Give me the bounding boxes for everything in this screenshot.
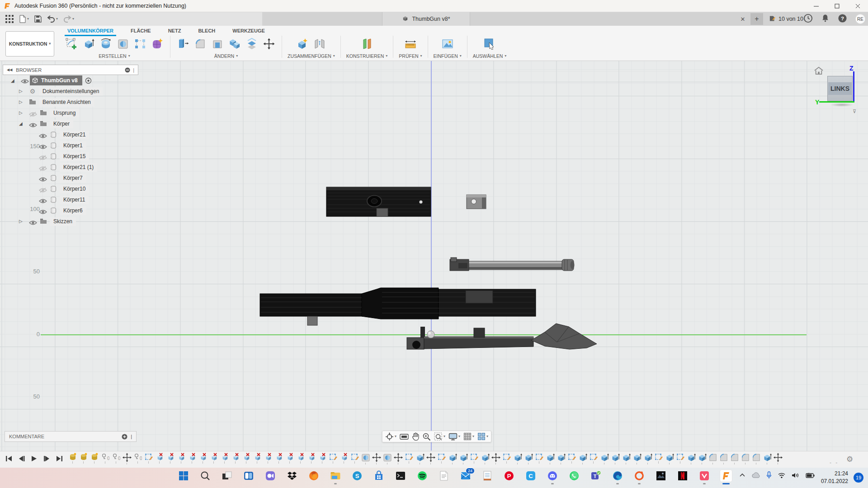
viewcube-home-icon[interactable] bbox=[814, 66, 824, 77]
zoom-button[interactable] bbox=[422, 432, 431, 441]
move-button[interactable] bbox=[262, 37, 276, 51]
fit-button[interactable]: ▾ bbox=[434, 432, 445, 441]
notification-count-badge[interactable]: 19 bbox=[854, 473, 863, 483]
part-barrel[interactable] bbox=[450, 258, 575, 271]
press-pull-button[interactable] bbox=[176, 37, 190, 51]
timeline-feature-sketch[interactable] bbox=[654, 453, 663, 465]
3d-viewport[interactable]: 15010050050 bbox=[0, 61, 868, 451]
timeline-feature-move[interactable] bbox=[122, 453, 132, 465]
save-button[interactable] bbox=[33, 14, 43, 23]
timeline-feature-fillet[interactable] bbox=[751, 453, 761, 465]
timeline-feature-extrude[interactable] bbox=[697, 453, 707, 465]
part-lower-frame[interactable] bbox=[407, 324, 597, 349]
timeline-skip-start-button[interactable] bbox=[4, 453, 14, 464]
browser-row-benannte-ansichten[interactable]: ▷Benannte Ansichten bbox=[3, 97, 138, 108]
display-settings-button[interactable]: ▾ bbox=[448, 433, 460, 441]
group-label[interactable]: PRÜFEN▾ bbox=[399, 53, 422, 59]
browser-row-root[interactable]: ◢ ThumbGun v8 bbox=[3, 75, 138, 86]
timeline-feature-hole[interactable] bbox=[382, 453, 392, 465]
add-comment-icon[interactable] bbox=[122, 434, 127, 440]
browser-row-ursprung[interactable]: ▷Ursprung bbox=[3, 108, 138, 118]
grid-settings-button[interactable]: ▾ bbox=[463, 432, 474, 441]
browser-row-k-rper21-1-[interactable]: Körper21 (1) bbox=[3, 162, 138, 173]
taskbar-terminal-icon[interactable] bbox=[395, 470, 406, 482]
browser-row-label[interactable]: Körper21 bbox=[60, 131, 89, 139]
sketch-create-button[interactable] bbox=[64, 37, 79, 51]
taskbar-clock[interactable]: 21:24 07.01.2022 bbox=[821, 470, 848, 485]
timeline-feature-fillet[interactable] bbox=[708, 453, 717, 465]
timeline-feature-hole[interactable] bbox=[361, 453, 370, 465]
ribbon-tab-netz[interactable]: NETZ bbox=[167, 27, 182, 35]
group-label[interactable]: AUSWÄHLEN▾ bbox=[473, 53, 507, 59]
taskbar-pinterest-icon[interactable]: P bbox=[503, 470, 515, 482]
browser-row-label[interactable]: Körper21 (1) bbox=[60, 163, 97, 172]
timeline-step-forward-button[interactable] bbox=[42, 453, 52, 464]
revolve-button[interactable] bbox=[99, 37, 113, 51]
taskbar-spotify-icon[interactable] bbox=[416, 470, 428, 482]
timeline-feature-cut[interactable] bbox=[317, 453, 327, 465]
timeline-feature-sketch[interactable] bbox=[502, 453, 511, 465]
add-tab-button[interactable]: + bbox=[750, 13, 763, 25]
ribbon-tab-blech[interactable]: BLECH bbox=[197, 27, 216, 35]
timeline-feature-move[interactable] bbox=[491, 453, 500, 465]
redo-button[interactable]: ▾ bbox=[61, 14, 76, 23]
timeline-feature-sketch[interactable] bbox=[675, 453, 685, 465]
timeline-feature-extrude[interactable] bbox=[665, 453, 674, 465]
group-label[interactable]: ERSTELLEN▾ bbox=[99, 53, 130, 59]
timeline-feature-extrude[interactable] bbox=[686, 453, 696, 465]
timeline-feature-sketch[interactable] bbox=[534, 453, 544, 465]
app-grid-button[interactable] bbox=[4, 14, 15, 24]
comments-grip-icon[interactable]: | bbox=[131, 434, 132, 439]
tray-battery-icon[interactable] bbox=[806, 473, 815, 478]
timeline-feature-cut[interactable] bbox=[209, 453, 218, 465]
new-component-button[interactable] bbox=[295, 37, 310, 51]
timeline-feature-cut[interactable] bbox=[165, 453, 175, 465]
konstruktion-dropdown[interactable]: KONSTRUKTION▾ bbox=[5, 31, 54, 56]
taskbar-file-explorer-icon[interactable] bbox=[330, 470, 341, 482]
timeline-feature-cut[interactable] bbox=[241, 453, 251, 465]
browser-row-dokumenteinstellungen[interactable]: ▷⚙Dokumenteinstellungen bbox=[3, 86, 138, 97]
browser-row-label[interactable]: Körper7 bbox=[60, 174, 86, 183]
browser-row-skizzen[interactable]: ▷Skizzen bbox=[3, 216, 138, 227]
taskbar-search-icon[interactable] bbox=[199, 470, 211, 482]
eye-hidden-icon[interactable] bbox=[39, 154, 47, 162]
timeline-feature-sketch[interactable] bbox=[328, 453, 338, 465]
timeline-feature-extrude[interactable] bbox=[762, 453, 772, 465]
timeline-feature-sketch[interactable] bbox=[437, 453, 446, 465]
browser-row-label[interactable]: Dokumenteinstellungen bbox=[39, 87, 103, 96]
taskbar-whatsapp-icon[interactable] bbox=[568, 470, 580, 482]
minimize-button[interactable] bbox=[806, 0, 826, 12]
file-new-button[interactable]: ▾ bbox=[17, 14, 31, 24]
expand-arrow[interactable]: ▷ bbox=[19, 99, 23, 104]
timeline-feature-cut[interactable] bbox=[307, 453, 316, 465]
eye-visible-icon[interactable] bbox=[39, 176, 47, 184]
document-tab[interactable]: ThumbGun v8* bbox=[382, 12, 470, 26]
taskbar-snipping-tool-icon[interactable] bbox=[221, 470, 233, 482]
timeline-feature-fillet[interactable] bbox=[719, 453, 728, 465]
group-label[interactable]: KONSTRUIEREN▾ bbox=[346, 53, 387, 59]
browser-row-k-rper[interactable]: ◢Körper bbox=[3, 118, 138, 129]
maximize-button[interactable] bbox=[826, 0, 847, 12]
eye-visible-icon[interactable] bbox=[39, 197, 47, 206]
timeline-feature-cut[interactable] bbox=[220, 453, 229, 465]
timeline-feature-extrude[interactable] bbox=[610, 453, 620, 465]
timeline-settings-gear-icon[interactable]: ⚙ bbox=[846, 455, 853, 464]
timeline-feature-revolve-gold[interactable] bbox=[90, 453, 99, 465]
timeline-feature-move[interactable] bbox=[372, 453, 381, 465]
taskbar-v-app-icon[interactable] bbox=[698, 470, 710, 482]
timeline-feature-cut[interactable] bbox=[231, 453, 240, 465]
taskbar-edge-icon[interactable] bbox=[612, 470, 623, 482]
tray-onedrive-icon[interactable] bbox=[751, 472, 760, 479]
timeline-feature-cut[interactable] bbox=[285, 453, 294, 465]
timeline-feature-sketch[interactable] bbox=[567, 453, 576, 465]
tray-volume-icon[interactable] bbox=[792, 472, 800, 479]
look-at-button[interactable] bbox=[400, 433, 409, 440]
eye-visible-icon[interactable] bbox=[39, 143, 47, 151]
timeline-feature-extrude[interactable] bbox=[621, 453, 631, 465]
timeline-feature-offset[interactable]: 0 bbox=[111, 453, 121, 465]
timeline-feature-extrude[interactable] bbox=[632, 453, 642, 465]
viewcube-cube[interactable]: LINKS bbox=[827, 76, 853, 101]
browser-row-k-rper10[interactable]: Körper10 bbox=[3, 183, 138, 194]
timeline-feature-cut[interactable] bbox=[263, 453, 273, 465]
expand-arrow[interactable]: ▷ bbox=[19, 89, 23, 94]
